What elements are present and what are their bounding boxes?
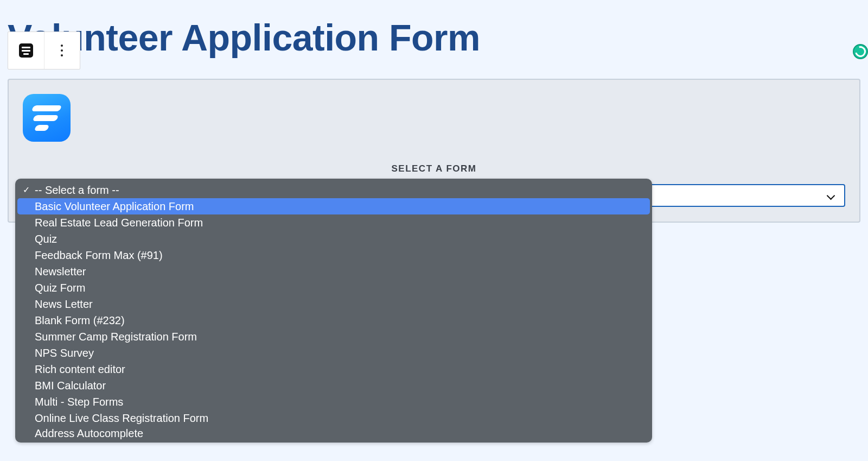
form-option[interactable]: Summer Camp Registration Form: [17, 329, 650, 345]
form-option[interactable]: Address Autocomplete: [17, 426, 650, 440]
form-option[interactable]: NPS Survey: [17, 345, 650, 361]
form-option[interactable]: Feedback Form Max (#91): [17, 247, 650, 263]
form-option[interactable]: Real Estate Lead Generation Form: [17, 214, 650, 231]
block-more-button[interactable]: [44, 32, 80, 69]
grammarly-icon[interactable]: [853, 44, 868, 59]
block-toolbar: [8, 31, 80, 70]
chevron-down-icon: [827, 192, 834, 199]
form-option[interactable]: Quiz Form: [17, 280, 650, 296]
fluent-forms-logo-icon: [23, 94, 71, 142]
form-option[interactable]: Multi - Step Forms: [17, 394, 650, 410]
form-select-options-list: -- Select a form --Basic Volunteer Appli…: [15, 179, 652, 443]
form-option[interactable]: Rich content editor: [17, 361, 650, 377]
form-option[interactable]: Online Live Class Registration Form: [17, 410, 650, 426]
block-type-button[interactable]: [8, 32, 44, 69]
form-option[interactable]: Basic Volunteer Application Form: [17, 198, 650, 214]
kebab-icon: [61, 45, 63, 56]
form-option[interactable]: Quiz: [17, 231, 650, 247]
form-option[interactable]: Newsletter: [17, 263, 650, 280]
form-option[interactable]: Blank Form (#232): [17, 312, 650, 329]
form-option[interactable]: News Letter: [17, 296, 650, 312]
form-option[interactable]: -- Select a form --: [17, 182, 650, 198]
form-option[interactable]: BMI Calculator: [17, 377, 650, 394]
select-form-label: SELECT A FORM: [23, 163, 845, 174]
block-icon: [19, 43, 33, 58]
